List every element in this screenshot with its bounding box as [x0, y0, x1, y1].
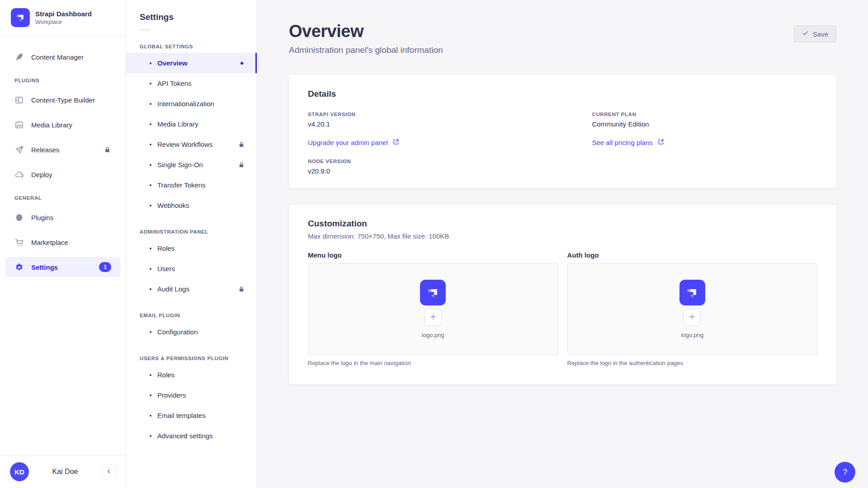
- sidebar-section-plugins: PLUGINS: [5, 78, 120, 83]
- subnav-item-configuration[interactable]: Configuration: [126, 322, 257, 342]
- add-logo-button[interactable]: [425, 309, 442, 326]
- subnav-item-transfer-tokens[interactable]: Transfer Tokens: [126, 175, 257, 195]
- sidebar-item-media-library[interactable]: Media Library: [5, 115, 120, 135]
- sidebar-nav: Content ManagerPLUGINSContent-Type Build…: [0, 36, 126, 455]
- subnav-item-overview[interactable]: Overview: [126, 53, 257, 73]
- current-plan-label: CURRENT PLAN: [592, 112, 818, 117]
- sidebar-item-content-manager[interactable]: Content Manager: [5, 47, 120, 67]
- subnav-item-users[interactable]: Users: [126, 258, 257, 279]
- node-version-field: NODE VERSION v20.9.0: [308, 159, 533, 175]
- strapi-version-label: STRAPI VERSION: [308, 112, 533, 117]
- help-button[interactable]: ?: [835, 462, 855, 483]
- sidebar-item-plugins[interactable]: Plugins: [5, 207, 120, 227]
- sidebar-item-label: Plugins: [31, 214, 53, 221]
- pen-icon: [14, 52, 24, 62]
- page-title: Overview: [289, 22, 443, 41]
- upload-dropzone-auth-logo[interactable]: logo.png: [567, 263, 818, 355]
- settings-subnav: Settings GLOBAL SETTINGSOverviewAPI Toke…: [126, 0, 257, 488]
- subnav-item-label: Internationalization: [157, 100, 214, 108]
- puzzle-icon: [14, 213, 24, 222]
- node-version-label: NODE VERSION: [308, 159, 533, 164]
- subnav-item-audit-logs[interactable]: Audit Logs: [126, 279, 257, 299]
- subnav-item-single-sign-on[interactable]: Single Sign-On: [126, 155, 257, 175]
- subnav-item-providers[interactable]: Providers: [126, 385, 257, 405]
- save-button-label: Save: [813, 30, 828, 38]
- sidebar-item-label: Content Manager: [31, 53, 84, 61]
- gear-icon: [14, 263, 24, 272]
- subnav-item-label: Users: [157, 265, 175, 272]
- bullet-icon: [150, 435, 151, 437]
- upload-filename: logo.png: [681, 332, 703, 338]
- save-button[interactable]: Save: [794, 25, 836, 42]
- upload-filename: logo.png: [422, 332, 444, 338]
- upload-caption: Replace the logo in the authentication p…: [567, 360, 818, 366]
- image-icon: [14, 120, 24, 130]
- subnav-item-webhooks[interactable]: Webhooks: [126, 195, 257, 216]
- subnav-item-label: Email templates: [157, 412, 206, 419]
- subnav-item-internationalization[interactable]: Internationalization: [126, 94, 257, 114]
- subnav-item-api-tokens[interactable]: API Tokens: [126, 73, 257, 94]
- bullet-icon: [150, 374, 151, 376]
- bullet-icon: [150, 248, 151, 249]
- pricing-plans-link[interactable]: See all pricing plans: [592, 138, 665, 147]
- subnav-item-label: Media Library: [157, 120, 198, 128]
- layout-icon: [14, 95, 24, 105]
- subnav-item-advanced-settings[interactable]: Advanced settings: [126, 426, 257, 446]
- upload-dropzone-menu-logo[interactable]: logo.png: [308, 263, 558, 355]
- subnav-divider: [140, 29, 151, 30]
- customization-card-subtitle: Max dimension: 750×750, Max file size: 1…: [308, 232, 817, 240]
- subnav-title: Settings: [140, 12, 243, 22]
- subnav-section-email-plugin: EMAIL PLUGIN: [140, 313, 243, 318]
- user-name[interactable]: Kai Doe: [29, 468, 101, 476]
- subnav-item-email-templates[interactable]: Email templates: [126, 405, 257, 426]
- bullet-icon: [150, 123, 151, 125]
- main-content: Overview Administration panel's global i…: [257, 0, 868, 488]
- lock-icon: [238, 286, 245, 293]
- upload-cell-auth-logo: Auth logologo.pngReplace the logo in the…: [567, 251, 818, 366]
- bullet-icon: [150, 164, 151, 166]
- lock-icon: [238, 141, 245, 148]
- strapi-logo-icon: [420, 280, 446, 305]
- bullet-icon: [150, 144, 151, 145]
- lock-icon: [238, 161, 245, 169]
- subnav-item-media-library[interactable]: Media Library: [126, 114, 257, 134]
- sidebar-item-label: Marketplace: [31, 239, 68, 246]
- subnav-item-roles[interactable]: Roles: [126, 238, 257, 258]
- upload-label: Menu logo: [308, 251, 558, 259]
- strapi-logo-icon: [11, 8, 30, 27]
- sidebar-item-content-type-builder[interactable]: Content-Type Builder: [5, 90, 120, 110]
- add-logo-button[interactable]: [684, 309, 701, 326]
- sidebar-item-label: Content-Type Builder: [31, 96, 95, 104]
- strapi-version-value: v4.20.1: [308, 120, 533, 128]
- collapse-sidebar-button[interactable]: [101, 464, 117, 479]
- subnav-item-label: Configuration: [157, 328, 198, 336]
- sidebar-item-releases[interactable]: Releases: [5, 140, 120, 160]
- subnav-item-label: Roles: [157, 244, 175, 252]
- external-link-icon: [392, 138, 400, 147]
- subnav-item-label: Roles: [157, 371, 175, 379]
- subnav-section-administration-panel: ADMINISTRATION PANEL: [140, 229, 243, 235]
- subnav-item-label: Advanced settings: [157, 432, 213, 440]
- sidebar-item-label: Media Library: [31, 121, 72, 129]
- upgrade-admin-panel-link[interactable]: Upgrade your admin panel: [308, 138, 400, 147]
- subnav-item-label: Overview: [157, 59, 188, 67]
- notification-dot-icon: [241, 62, 243, 65]
- lock-icon: [104, 146, 111, 154]
- sidebar-item-marketplace[interactable]: Marketplace: [5, 232, 120, 252]
- sidebar-item-label: Settings: [31, 263, 58, 271]
- cloud-icon: [14, 170, 24, 179]
- avatar[interactable]: KD: [10, 462, 29, 481]
- bullet-icon: [150, 103, 151, 105]
- subnav-item-roles-2[interactable]: Roles: [126, 365, 257, 385]
- paper-plane-icon: [14, 145, 24, 155]
- sidebar-footer: KD Kai Doe: [0, 455, 126, 488]
- details-card: Details STRAPI VERSION v4.20.1 Upgrade y…: [289, 75, 836, 188]
- sidebar-item-settings[interactable]: Settings1: [5, 257, 120, 277]
- subnav-item-label: API Tokens: [157, 80, 192, 87]
- workspace-title: Strapi Dashboard: [35, 10, 92, 18]
- chevron-left-icon: [105, 468, 113, 476]
- subnav-item-review-workflows[interactable]: Review Workflows: [126, 134, 257, 155]
- page-subtitle: Administration panel's global informatio…: [289, 45, 443, 55]
- strapi-logo-icon: [679, 280, 705, 305]
- sidebar-item-deploy[interactable]: Deploy: [5, 164, 120, 184]
